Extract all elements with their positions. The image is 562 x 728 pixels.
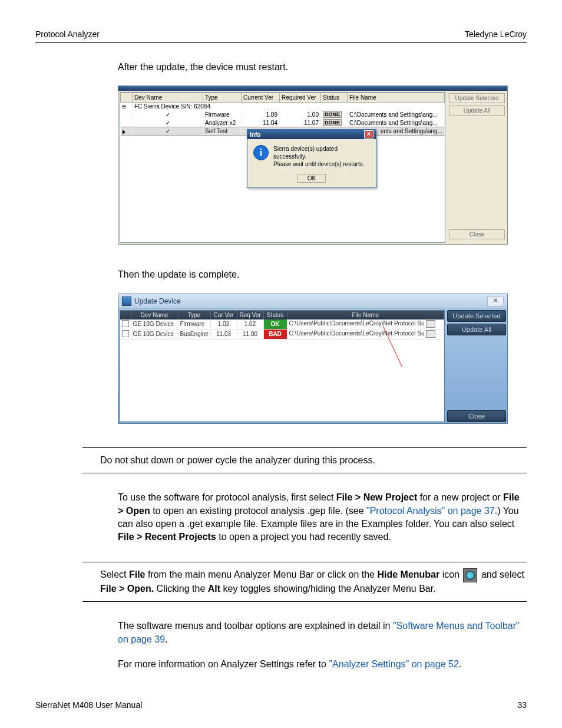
device-root: FC Sierra Device S/N: 62084: [133, 103, 445, 111]
hide-menubar-icon: [463, 568, 477, 582]
table-row[interactable]: ✓ Analyzer x2 11.04 11.07 DONE C:\Docume…: [121, 118, 445, 127]
status-badge: DONE: [323, 111, 342, 118]
table-row[interactable]: ✓ Firmware 1.09 1.00 DONE C:\Documents a…: [121, 110, 445, 118]
para-after-update: After the update, the device must restar…: [118, 61, 527, 74]
update-all-button[interactable]: Update All: [447, 324, 506, 335]
para-menus: The software menus and toolbar options a…: [118, 620, 527, 646]
close-button[interactable]: Close: [447, 410, 506, 422]
info-dialog: Info X i Sierra device(s) updated succes…: [247, 129, 376, 188]
checkbox-icon[interactable]: ✓: [166, 120, 170, 126]
checkbox-icon[interactable]: [122, 330, 129, 337]
status-badge: BAD: [263, 329, 287, 339]
col-required-ver[interactable]: Required Ver: [280, 93, 321, 103]
col-status[interactable]: Status: [263, 311, 287, 319]
close-icon[interactable]: ✕: [487, 296, 504, 307]
col-filename[interactable]: File Name: [287, 311, 444, 319]
link-protocol-analysis[interactable]: "Protocol Analysis" on page 37: [366, 506, 495, 516]
dialog-title: Info: [250, 131, 260, 138]
info-icon: i: [253, 145, 269, 160]
col-devname[interactable]: Dev Name: [133, 93, 203, 103]
table-row[interactable]: ⊟ FC Sierra Device S/N: 62084: [121, 103, 445, 111]
tree-collapse-icon[interactable]: ⊟: [121, 103, 133, 111]
link-analyzer-settings[interactable]: "Analyzer Settings" on page 52: [329, 659, 458, 669]
col-cur-ver[interactable]: Cur Ver: [210, 311, 237, 319]
close-button[interactable]: Close: [449, 229, 505, 239]
update-selected-button[interactable]: Update Selected: [447, 310, 506, 322]
table-row[interactable]: GE 10G Device BusEngine 11.03 11.00 BAD …: [120, 329, 444, 339]
window-title: Update Device: [134, 297, 181, 305]
status-badge: DONE: [323, 119, 342, 126]
checkbox-icon[interactable]: ✓: [166, 128, 170, 134]
checkbox-icon[interactable]: ✓: [166, 111, 170, 118]
screenshot-update-restart: Dev Name Type Current Ver Required Ver S…: [118, 85, 508, 245]
para-analyzer-settings: For more information on Analyzer Setting…: [118, 658, 527, 671]
browse-button[interactable]: [426, 330, 435, 338]
tip-block: Select File from the main menu Analyzer …: [82, 562, 527, 602]
col-req-ver[interactable]: Req Ver: [237, 311, 263, 319]
col-status[interactable]: Status: [321, 93, 348, 103]
close-icon[interactable]: X: [364, 130, 373, 139]
para-complete: Then the update is complete.: [118, 268, 527, 281]
checkbox-icon[interactable]: [122, 320, 129, 327]
col-current-ver[interactable]: Current Ver: [242, 93, 280, 103]
screenshot-update-device: Update Device ✕ Dev Name Type Cur Ver Re…: [118, 294, 508, 424]
update-all-button[interactable]: Update All: [449, 106, 505, 116]
footer-page: 33: [517, 700, 527, 710]
header-right: Teledyne LeCroy: [465, 29, 527, 39]
table-row[interactable]: GE 10G Device Firmware 1.02 1.02 OK C:\U…: [120, 319, 444, 330]
col-type[interactable]: Type: [203, 93, 242, 103]
update-selected-button[interactable]: Update Selected: [449, 93, 505, 103]
para-usage: To use the software for protocol analysi…: [118, 491, 527, 544]
row-marker-icon: [123, 130, 125, 134]
ok-button[interactable]: OK: [297, 174, 326, 183]
col-type[interactable]: Type: [178, 311, 210, 319]
col-filename[interactable]: File Name: [348, 93, 445, 103]
warning-block: Do not shut down or power cycle the anal…: [82, 447, 527, 473]
browse-button[interactable]: [426, 320, 435, 328]
header-left: Protocol Analyzer: [35, 29, 100, 39]
footer-left: SierraNet M408 User Manual: [35, 700, 142, 710]
col-devname[interactable]: Dev Name: [131, 311, 178, 319]
status-badge: OK: [263, 319, 287, 330]
app-icon: [122, 297, 131, 306]
